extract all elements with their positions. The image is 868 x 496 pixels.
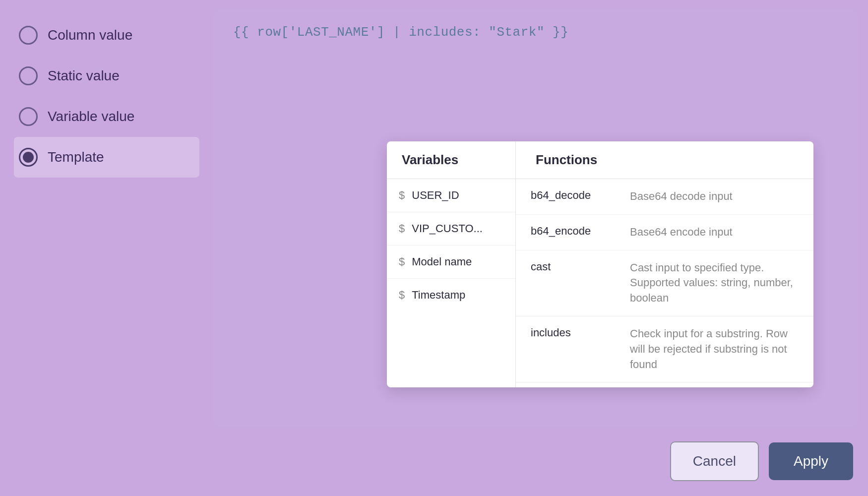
radio-circle-column-value <box>19 26 38 45</box>
variables-list: $USER_ID$VIP_CUSTO...$Model name$Timesta… <box>387 179 516 387</box>
variable-label: Timestamp <box>412 289 465 302</box>
dollar-sign-icon: $ <box>399 289 405 302</box>
sidebar: Column valueStatic valueVariable valueTe… <box>0 0 213 496</box>
sidebar-item-template[interactable]: Template <box>14 137 199 178</box>
radio-label-template: Template <box>48 149 104 165</box>
apply-button[interactable]: Apply <box>769 442 853 480</box>
dollar-sign-icon: $ <box>399 189 405 202</box>
function-item-b64_encode[interactable]: b64_encodeBase64 encode input <box>516 215 813 250</box>
radio-circle-variable-value <box>19 107 38 126</box>
sidebar-item-static-value[interactable]: Static value <box>14 56 199 96</box>
content-area: {{ row['LAST_NAME'] | includes: "Stark" … <box>213 0 868 496</box>
variable-item-model-name[interactable]: $Model name <box>387 246 515 279</box>
dropdown-header: Variables Functions <box>387 141 813 179</box>
function-name: b64_encode <box>531 225 610 238</box>
main-container: Column valueStatic valueVariable valueTe… <box>0 0 868 496</box>
function-item-b64_decode[interactable]: b64_decodeBase64 decode input <box>516 179 813 215</box>
bottom-buttons: Cancel Apply <box>670 441 853 481</box>
function-item-cast[interactable]: castCast input to specified type. Suppor… <box>516 250 813 316</box>
template-code: {{ row['LAST_NAME'] | includes: "Stark" … <box>233 25 568 40</box>
radio-circle-template <box>19 148 38 167</box>
dollar-sign-icon: $ <box>399 255 405 268</box>
function-desc: Base64 encode input <box>630 225 799 240</box>
cancel-button[interactable]: Cancel <box>670 441 759 481</box>
variable-item-timestamp[interactable]: $Timestamp <box>387 279 515 311</box>
variable-item-user-id[interactable]: $USER_ID <box>387 179 515 212</box>
function-name: cast <box>531 260 610 273</box>
function-item-json[interactable]: jsonConstruct JSON object from key value <box>516 382 813 387</box>
dollar-sign-icon: $ <box>399 222 405 235</box>
radio-circle-static-value <box>19 66 38 85</box>
radio-label-variable-value: Variable value <box>48 109 134 124</box>
function-name: includes <box>531 326 610 339</box>
functions-list: b64_decodeBase64 decode inputb64_encodeB… <box>516 179 813 387</box>
variables-header: Variables <box>387 141 516 179</box>
functions-header: Functions <box>516 141 813 179</box>
variable-item-vip-custo[interactable]: $VIP_CUSTO... <box>387 212 515 246</box>
variable-label: VIP_CUSTO... <box>412 222 483 235</box>
radio-label-static-value: Static value <box>48 68 120 84</box>
dropdown-panel: Variables Functions $USER_ID$VIP_CUSTO..… <box>387 141 813 387</box>
function-desc: Check input for a substring. Row will be… <box>630 326 799 372</box>
sidebar-item-variable-value[interactable]: Variable value <box>14 96 199 137</box>
function-item-includes[interactable]: includesCheck input for a substring. Row… <box>516 316 813 382</box>
function-desc: Cast input to specified type. Supported … <box>630 260 799 306</box>
dropdown-body: $USER_ID$VIP_CUSTO...$Model name$Timesta… <box>387 179 813 387</box>
variable-label: Model name <box>412 255 472 268</box>
radio-label-column-value: Column value <box>48 27 132 43</box>
function-desc: Base64 decode input <box>630 189 799 204</box>
variable-label: USER_ID <box>412 189 459 202</box>
function-name: b64_decode <box>531 189 610 202</box>
sidebar-item-column-value[interactable]: Column value <box>14 15 199 56</box>
